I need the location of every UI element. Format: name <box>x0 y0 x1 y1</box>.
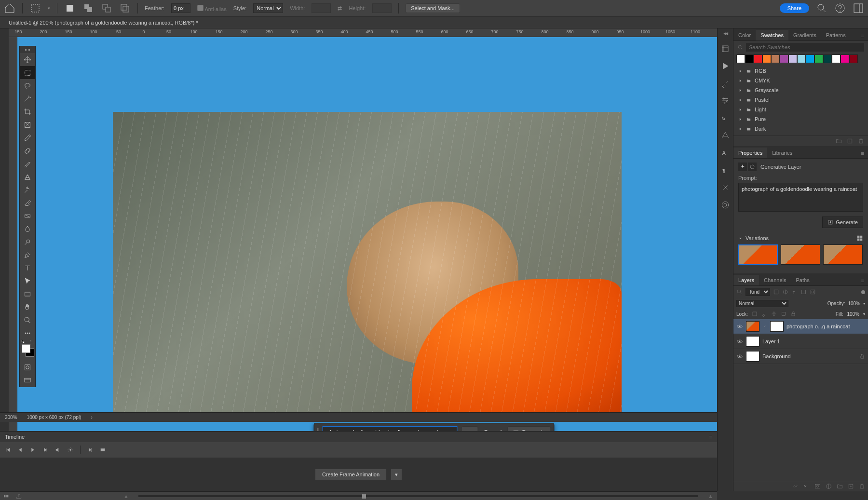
lock-position-icon[interactable] <box>771 311 777 317</box>
lock-all-icon[interactable] <box>790 311 796 317</box>
history-brush-tool[interactable] <box>20 183 35 196</box>
dodge-tool[interactable] <box>20 235 35 248</box>
tab-paths[interactable]: Paths <box>791 275 814 285</box>
zoom-out-marker[interactable]: ▲ <box>123 493 129 499</box>
zoom-tool[interactable] <box>20 313 35 326</box>
select-and-mask-button[interactable]: Select and Mask... <box>406 3 460 13</box>
swatch-cell[interactable] <box>736 54 745 63</box>
filter-adjustment-icon[interactable] <box>782 289 788 295</box>
status-chevron-icon[interactable]: › <box>91 415 92 420</box>
marquee-tool[interactable] <box>20 66 35 79</box>
layer-row[interactable]: Background <box>733 349 868 364</box>
tab-properties[interactable]: Properties <box>733 148 767 158</box>
filter-type-icon[interactable]: T <box>791 289 798 295</box>
healing-tool[interactable] <box>20 144 35 157</box>
trash-icon[interactable] <box>858 138 864 144</box>
character-panel-icon[interactable]: A <box>721 149 730 157</box>
path-selection-tool[interactable] <box>20 274 35 287</box>
layer-mask-icon[interactable] <box>814 483 821 489</box>
eraser-tool[interactable] <box>20 196 35 209</box>
swatch-cell[interactable] <box>823 54 832 63</box>
visibility-icon[interactable] <box>736 323 743 330</box>
variation-thumb[interactable] <box>738 244 778 265</box>
toolbox-grip[interactable] <box>20 46 35 53</box>
layer-row[interactable]: photograph o...g a raincoat <box>733 319 868 334</box>
export-icon[interactable] <box>15 493 22 500</box>
brush-settings-icon[interactable] <box>721 79 730 88</box>
fill-value[interactable]: 100% <box>847 311 859 317</box>
swatch-cell[interactable] <box>754 54 762 63</box>
generate-button[interactable]: Generate <box>822 216 863 228</box>
filter-shape-icon[interactable] <box>800 289 807 295</box>
new-selection-icon[interactable] <box>64 2 76 14</box>
rectangle-tool[interactable] <box>20 287 35 300</box>
tab-layers[interactable]: Layers <box>733 275 759 285</box>
type-tool[interactable] <box>20 261 35 274</box>
tab-gradients[interactable]: Gradients <box>788 30 821 41</box>
workspace-icon[interactable] <box>853 2 864 14</box>
render-icon[interactable] <box>4 494 11 499</box>
tab-patterns[interactable]: Patterns <box>821 30 851 41</box>
panel-menu-icon[interactable]: ≡ <box>857 31 868 41</box>
tab-swatches[interactable]: Swatches <box>756 30 788 41</box>
variation-thumb[interactable] <box>781 244 820 265</box>
pen-tool[interactable] <box>20 248 35 261</box>
audio-icon[interactable] <box>55 447 61 453</box>
brush-tool[interactable] <box>20 157 35 170</box>
swatch-group[interactable]: RGB <box>733 66 868 76</box>
lasso-tool[interactable] <box>20 79 35 92</box>
swatch-cell[interactable] <box>745 54 754 63</box>
link-layers-icon[interactable] <box>792 483 799 489</box>
foreground-color[interactable] <box>22 344 30 353</box>
history-icon[interactable] <box>721 44 730 53</box>
filter-smart-icon[interactable] <box>810 289 816 295</box>
swap-colors-icon[interactable] <box>29 339 34 344</box>
layer-row[interactable]: Layer 1 <box>733 334 868 349</box>
swatch-cell[interactable] <box>806 54 814 63</box>
play-icon[interactable] <box>30 447 36 453</box>
move-tool[interactable] <box>20 53 35 66</box>
lock-brush-icon[interactable] <box>761 311 767 317</box>
settings-icon[interactable] <box>68 447 73 453</box>
help-icon[interactable] <box>834 2 846 14</box>
tools-preset-icon[interactable] <box>721 183 730 192</box>
link-mask-icon[interactable] <box>762 324 767 329</box>
swatch-cell[interactable] <box>849 54 858 63</box>
intersect-selection-icon[interactable] <box>119 2 131 14</box>
default-colors-icon[interactable] <box>21 339 26 344</box>
swatch-cell[interactable] <box>832 54 841 63</box>
feather-input[interactable] <box>171 3 190 13</box>
panel-menu-icon[interactable]: ≡ <box>709 434 712 440</box>
tab-libraries[interactable]: Libraries <box>767 148 797 158</box>
quick-mask-icon[interactable] <box>20 361 35 374</box>
screen-mode-icon[interactable] <box>20 374 35 387</box>
visibility-icon[interactable] <box>736 353 743 360</box>
play-icon[interactable] <box>721 62 730 70</box>
swatch-cell[interactable] <box>814 54 823 63</box>
tool-preset-icon[interactable] <box>29 2 41 14</box>
glyphs-icon[interactable]: ¶ <box>721 166 730 175</box>
timeline-zoom-slider[interactable] <box>138 495 698 497</box>
cc-libraries-icon[interactable] <box>721 201 730 209</box>
grid-view-icon[interactable] <box>856 235 863 242</box>
blur-tool[interactable] <box>20 222 35 235</box>
next-frame-icon[interactable] <box>42 447 48 453</box>
folder-icon[interactable] <box>836 138 842 144</box>
magic-wand-tool[interactable] <box>20 92 35 105</box>
clone-stamp-tool[interactable] <box>20 170 35 183</box>
style-select[interactable]: Normal <box>253 3 283 13</box>
paragraph-panel-icon[interactable] <box>721 131 730 140</box>
prompt-textbox[interactable]: photograph of a goldendoodle wearing a r… <box>738 183 863 212</box>
swatch-group[interactable]: Pure <box>733 114 868 124</box>
transition-icon[interactable] <box>100 447 106 453</box>
subtract-selection-icon[interactable] <box>101 2 112 14</box>
tab-color[interactable]: Color <box>733 30 756 41</box>
visibility-icon[interactable] <box>736 338 743 345</box>
fx-icon[interactable]: fx <box>721 114 730 122</box>
add-selection-icon[interactable] <box>82 2 94 14</box>
search-icon[interactable] <box>816 2 827 14</box>
zoom-level[interactable]: 200% <box>5 415 17 420</box>
swatch-group[interactable]: Grayscale <box>733 85 868 95</box>
swatch-cell[interactable] <box>771 54 780 63</box>
swatch-cell[interactable] <box>780 54 788 63</box>
